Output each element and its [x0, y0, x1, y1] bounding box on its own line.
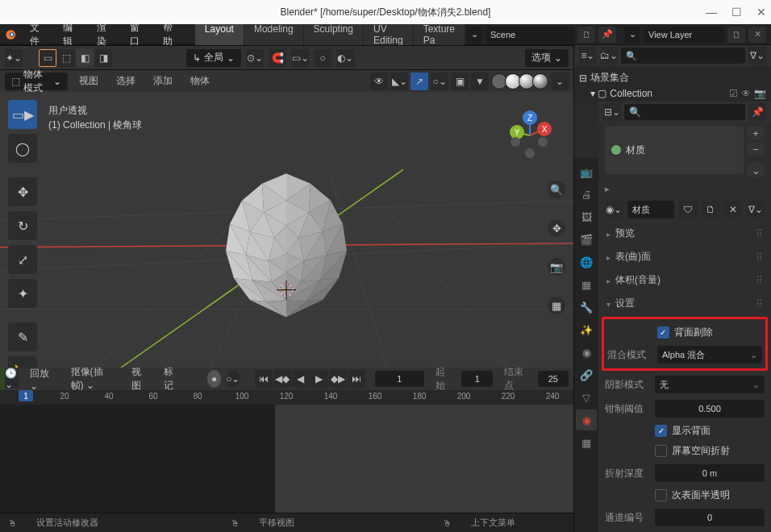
node-drop-icon[interactable]: ∇⌄ — [747, 201, 765, 218]
remove-layer-button[interactable]: ✕ — [748, 27, 766, 43]
overlays-drop[interactable]: ○⌄ — [431, 73, 448, 90]
persp-ortho-icon[interactable]: ▦ — [548, 297, 565, 314]
camera-icon[interactable]: 📷 — [548, 258, 565, 276]
browse-material-icon[interactable]: ◉⌄ — [605, 201, 623, 218]
start-frame-field[interactable]: 1 — [461, 371, 492, 387]
menu-add[interactable]: 添加 — [147, 72, 179, 90]
proportional-icon[interactable]: ○ — [314, 49, 331, 67]
section-volume[interactable]: 体积(音量)⠿ — [605, 268, 765, 292]
select-intersect-icon[interactable]: ◨ — [94, 49, 112, 67]
outliner-search[interactable]: 🔍 — [621, 48, 745, 64]
play-icon[interactable]: ▶ — [310, 370, 328, 388]
jump-start-icon[interactable]: ⏮ — [255, 370, 273, 388]
material-slot-drop[interactable]: ⌄ — [747, 163, 765, 177]
tool-measure[interactable]: 📐 — [8, 356, 37, 368]
transform-orientation[interactable]: ↳ 全局 ⌄ — [186, 49, 241, 67]
prev-key-icon[interactable]: ◀︎◆ — [273, 370, 291, 388]
maximize-icon[interactable]: ☐ — [731, 6, 742, 19]
mode-selector[interactable]: ⬚ 物体模式 ⌄ — [5, 73, 68, 90]
subsurface-checkbox[interactable] — [655, 489, 667, 501]
tab-physics[interactable]: ◉ — [576, 342, 597, 363]
rendered-shading[interactable] — [532, 73, 548, 89]
gizmo-icon[interactable]: ◣⌄ — [390, 73, 408, 90]
tab-material[interactable]: ◉ — [576, 409, 597, 430]
tool-move[interactable]: ✥ — [8, 177, 37, 206]
pan-icon[interactable]: ✥ — [548, 219, 565, 237]
ssr-checkbox[interactable] — [655, 445, 667, 457]
refraction-depth-field[interactable]: 0 m — [655, 464, 765, 482]
select-invert-icon[interactable]: ◧ — [76, 49, 94, 67]
section-settings[interactable]: 设置⠿ — [605, 292, 765, 315]
zoom-icon[interactable]: 🔍 — [548, 181, 565, 198]
unlink-material-button[interactable]: ✕ — [724, 201, 742, 218]
new-layer-button[interactable]: 🗋 — [727, 27, 745, 43]
tab-data[interactable]: ▽ — [576, 387, 597, 408]
select-box-icon[interactable]: ⬚ — [57, 49, 75, 67]
snap-drop-icon[interactable]: ▭⌄ — [291, 49, 309, 67]
new-scene-button[interactable]: 🗋 — [577, 27, 595, 43]
blend-mode-field[interactable]: Alpha 混合 — [657, 346, 762, 364]
scene-field[interactable]: Scene — [486, 27, 574, 43]
material-name-field[interactable]: 材质 — [627, 201, 674, 218]
remove-material-slot[interactable]: − — [747, 142, 765, 156]
timeline-tracks[interactable] — [0, 405, 573, 513]
frame-cursor[interactable]: 1 — [19, 390, 33, 401]
tab-texture[interactable]: ▦ — [576, 432, 597, 453]
shading-drop[interactable]: ⌄ — [551, 73, 569, 90]
end-frame-field[interactable]: 25 — [538, 371, 569, 387]
tab-view-layer[interactable]: 🖼 — [576, 206, 597, 227]
shadow-mode-field[interactable]: 无 — [655, 376, 765, 393]
new-material-button[interactable]: 🗋 — [702, 201, 719, 218]
pass-index-field[interactable]: 0 — [655, 509, 765, 526]
section-surface[interactable]: 表(曲)面⠿ — [605, 245, 765, 268]
show-backface-checkbox[interactable]: ✓ — [655, 425, 667, 437]
menu-view[interactable]: 视图 — [73, 72, 105, 90]
add-material-slot[interactable]: + — [747, 126, 765, 140]
view-layer-field[interactable]: View Layer — [644, 27, 724, 43]
tab-object[interactable]: ▦ — [576, 274, 597, 295]
select-tweak-icon[interactable]: ▭ — [39, 49, 56, 67]
outliner-filter-icon[interactable]: ∇⌄ — [748, 47, 766, 64]
prop-drop-icon[interactable]: ◐⌄ — [336, 49, 354, 67]
snap-icon[interactable]: 🧲 — [269, 49, 286, 67]
tab-scene[interactable]: 🎬 — [576, 229, 597, 250]
autokey-drop-icon[interactable]: ○⌄ — [226, 370, 240, 388]
current-frame-field[interactable]: 1 — [375, 371, 425, 387]
props-search[interactable]: 🔍 — [624, 104, 745, 120]
outliner-type-icon[interactable]: ≡⌄ — [579, 47, 597, 64]
close-icon[interactable]: ✕ — [756, 6, 766, 19]
autokey-icon[interactable]: ● — [207, 370, 221, 388]
viewport-3d[interactable]: 用户透视 (1) Collection | 棱角球 X Y Z 🔍 ✥ 📷 — [0, 92, 573, 368]
visibility-icon[interactable]: 👁 — [370, 73, 388, 90]
browse-layer-icon[interactable]: ⌄ — [624, 27, 640, 43]
tl-playback[interactable]: 回放 ⌄ — [23, 364, 60, 394]
next-key-icon[interactable]: ◆▶︎ — [329, 370, 347, 388]
section-preview[interactable]: 预览⠿ — [605, 222, 765, 245]
xray-icon[interactable]: ▣ — [451, 73, 469, 90]
browse-scene-icon[interactable]: ⌄ — [466, 27, 482, 43]
jump-end-icon[interactable]: ⏭ — [348, 370, 365, 388]
overlays-icon[interactable]: ↗ — [411, 73, 428, 90]
menu-object[interactable]: 物体 — [184, 72, 216, 90]
tool-annotate[interactable]: ✎ — [8, 322, 37, 351]
visibility-icon[interactable]: 👁 — [741, 88, 751, 99]
props-pin-icon[interactable]: 📌 — [748, 103, 766, 121]
blender-logo-icon[interactable] — [5, 27, 17, 42]
tab-world[interactable]: 🌐 — [576, 251, 597, 272]
pivot-icon[interactable]: ⊙⌄ — [246, 49, 264, 67]
tab-output[interactable]: 🖨 — [576, 184, 597, 205]
props-type-icon[interactable]: ⊟⌄ — [603, 103, 621, 121]
material-slot[interactable]: 材质 — [605, 126, 744, 174]
options-menu[interactable]: 选项 ⌄ — [525, 49, 569, 67]
render-icon[interactable]: 📷 — [754, 88, 766, 99]
exclude-icon[interactable]: ☑ — [729, 88, 738, 99]
tool-rotate[interactable]: ↻ — [8, 211, 37, 240]
editor-type-icon[interactable]: ✦⌄ — [5, 49, 23, 67]
tool-scale[interactable]: ⤢ — [8, 245, 37, 274]
timeline-ruler[interactable]: 1 20 40 60 80 100 120 140 160 180 200 22… — [0, 390, 573, 405]
tab-particles[interactable]: ✨ — [576, 319, 597, 340]
tab-constraints[interactable]: 🔗 — [576, 364, 597, 385]
xray-drop[interactable]: ▼ — [471, 73, 489, 90]
shield-icon[interactable]: 🛡 — [679, 201, 697, 218]
tool-select[interactable]: ▭▶ — [8, 100, 37, 129]
